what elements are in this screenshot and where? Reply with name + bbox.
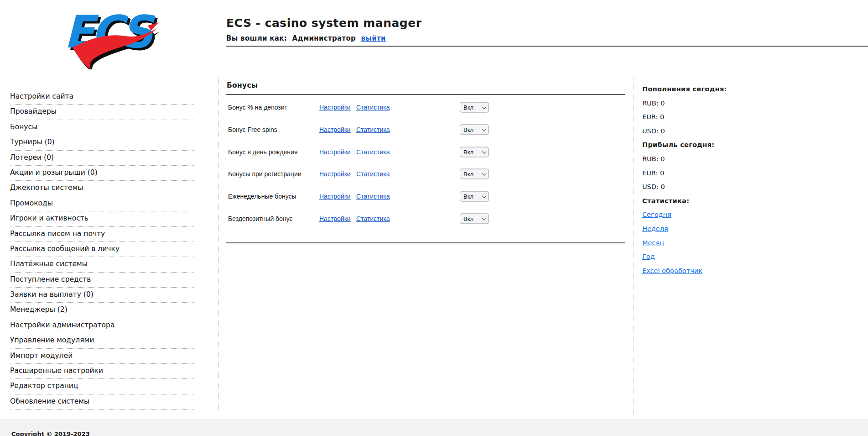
currency-amount: USD: 0 bbox=[642, 125, 793, 139]
currency-amount: RUB: 0 bbox=[642, 97, 793, 111]
ecs-logo: ECS ECS bbox=[63, 5, 159, 69]
footer: Copyright © 2019-2023 bbox=[0, 419, 868, 436]
login-status: Вы вошли как: Администратор выйти bbox=[226, 34, 386, 42]
sidebar-menu-item[interactable]: Настройки администратора bbox=[10, 318, 194, 333]
profit-today-header: Прибыль сегодня: bbox=[642, 139, 793, 153]
bonus-statistics-link[interactable]: Статистика bbox=[356, 148, 390, 156]
bonus-name: Бонус % на депозит bbox=[228, 104, 287, 111]
bonus-statistics-link[interactable]: Статистика bbox=[356, 104, 390, 111]
bonus-statistics-link[interactable]: Статистика bbox=[356, 170, 390, 178]
sidebar-menu-item[interactable]: Заявки на выплату (0) bbox=[10, 288, 194, 303]
bonus-row: Бонус Free spins Настройки Статистика Вк… bbox=[226, 119, 625, 141]
bonuses-title: Бонусы bbox=[226, 78, 625, 94]
currency-amount: EUR: 0 bbox=[642, 111, 793, 125]
bonus-toggle-wrap: Вкл bbox=[460, 125, 489, 135]
bonus-row: Бонус % на депозит Настройки Статистика … bbox=[226, 96, 625, 119]
bonus-toggle-select[interactable]: Вкл bbox=[460, 213, 489, 224]
bonus-row: Бездепозитный бонус Настройки Статистика… bbox=[226, 207, 625, 230]
bonus-settings-link[interactable]: Настройки bbox=[319, 170, 351, 178]
statistics-link[interactable]: Excel обработчик bbox=[642, 267, 702, 274]
currency-amount: EUR: 0 bbox=[642, 167, 793, 181]
bonus-toggle-select[interactable]: Вкл bbox=[460, 147, 489, 157]
bonus-toggle-wrap: Вкл bbox=[460, 147, 489, 157]
bonuses-bottom-rule bbox=[226, 242, 625, 243]
profit-today-values: RUB: 0 EUR: 0 USD: 0 bbox=[642, 153, 793, 195]
bonus-settings-link[interactable]: Настройки bbox=[319, 215, 351, 222]
bonus-row: Бонусы при регистрации Настройки Статист… bbox=[226, 163, 625, 185]
bonus-name: Еженедельные бонусы bbox=[228, 193, 296, 200]
bonus-toggle-select[interactable]: Вкл bbox=[460, 125, 489, 135]
sidebar-menu-item[interactable]: Игроки и активность bbox=[10, 211, 194, 226]
sidebar-menu-item[interactable]: Акции и розыгрыши (0) bbox=[10, 166, 194, 181]
header-divider bbox=[226, 46, 868, 47]
bonus-statistics-link[interactable]: Статистика bbox=[356, 215, 390, 222]
sidebar-menu-item[interactable]: Расширенные настройки bbox=[10, 364, 194, 379]
bonus-row: Бонус в день рождения Настройки Статисти… bbox=[226, 141, 625, 163]
bonus-toggle-select[interactable]: Вкл bbox=[460, 169, 489, 179]
bonus-settings-link[interactable]: Настройки bbox=[319, 148, 351, 156]
statistics-link[interactable]: Год bbox=[642, 253, 655, 260]
bonus-toggle-select[interactable]: Вкл bbox=[460, 102, 489, 113]
logout-link[interactable]: выйти bbox=[361, 34, 386, 42]
currency-amount: RUB: 0 bbox=[642, 153, 793, 167]
sidebar-menu-item[interactable]: Промокоды bbox=[10, 196, 194, 211]
bonus-name: Бонус в день рождения bbox=[228, 148, 298, 156]
statistics-link-row: Неделя bbox=[642, 223, 793, 237]
sidebar-menu-item[interactable]: Поступление средств bbox=[10, 273, 194, 288]
bonus-statistics-link[interactable]: Статистика bbox=[356, 193, 390, 200]
bonus-statistics-link[interactable]: Статистика bbox=[356, 126, 390, 133]
sidebar-menu-item[interactable]: Платёжные системы bbox=[10, 257, 194, 272]
sidebar-menu-item[interactable]: Провайдеры bbox=[10, 105, 194, 120]
sidebar-menu-item[interactable]: Импорт модулей bbox=[10, 349, 194, 364]
statistics-link[interactable]: Месяц bbox=[642, 239, 664, 247]
bonus-toggle-wrap: Вкл bbox=[460, 169, 489, 179]
bonus-rows: Бонус % на депозит Настройки Статистика … bbox=[226, 95, 625, 230]
login-username: Администратор bbox=[292, 34, 356, 42]
statistics-header: Статистика: bbox=[642, 195, 793, 209]
page-title: ECS - casino system manager bbox=[226, 16, 421, 30]
right-content-divider bbox=[634, 77, 634, 415]
bonus-name: Бонусы при регистрации bbox=[228, 170, 301, 178]
sidebar-menu-item[interactable]: Редактор страниц bbox=[10, 379, 194, 394]
deposits-today-values: RUB: 0 EUR: 0 USD: 0 bbox=[642, 97, 793, 139]
sidebar-menu-item[interactable]: Менеджеры (2) bbox=[10, 303, 194, 318]
bonus-settings-link[interactable]: Настройки bbox=[319, 104, 351, 111]
bonus-toggle-wrap: Вкл bbox=[460, 191, 489, 202]
bonus-row: Еженедельные бонусы Настройки Статистика… bbox=[226, 185, 625, 208]
bonus-settings-link[interactable]: Настройки bbox=[319, 126, 351, 133]
sidebar-menu-item[interactable]: Джекпоты системы bbox=[10, 181, 194, 196]
bonus-name: Бонус Free spins bbox=[228, 126, 277, 133]
left-content-divider bbox=[218, 78, 218, 410]
bonus-name: Бездепозитный бонус bbox=[228, 215, 292, 222]
sidebar-menu-item[interactable]: Обновление системы bbox=[10, 394, 194, 410]
login-prefix: Вы вошли как: bbox=[226, 34, 287, 42]
sidebar-menu-item[interactable]: Управление модулями bbox=[10, 333, 194, 348]
bonus-settings-link[interactable]: Настройки bbox=[319, 193, 351, 200]
sidebar-menu-item[interactable]: Турниры (0) bbox=[10, 135, 194, 150]
stats-panel: Пополнения сегодня: RUB: 0 EUR: 0 USD: 0… bbox=[642, 83, 793, 278]
statistics-link[interactable]: Сегодня bbox=[642, 211, 671, 218]
sidebar-menu-item[interactable]: Настройки сайта bbox=[10, 89, 194, 105]
bonuses-section: Бонусы Бонус % на депозит Настройки Стат… bbox=[226, 78, 625, 243]
statistics-link-row: Excel обработчик bbox=[642, 265, 793, 279]
statistics-link-row: Год bbox=[642, 251, 793, 265]
sidebar-menu-item[interactable]: Рассылка писем на почту bbox=[10, 227, 194, 242]
deposits-today-header: Пополнения сегодня: bbox=[642, 83, 793, 97]
sidebar-menu-item[interactable]: Лотереи (0) bbox=[10, 151, 194, 166]
bonus-toggle-wrap: Вкл bbox=[460, 102, 489, 113]
copyright-text: Copyright © 2019-2023 bbox=[11, 431, 90, 436]
sidebar-menu-item[interactable]: Бонусы bbox=[10, 120, 194, 135]
ecs-admin-page: ECS ECS ECS - casino system manager Вы в… bbox=[0, 0, 868, 436]
bonus-toggle-select[interactable]: Вкл bbox=[460, 191, 489, 202]
currency-amount: USD: 0 bbox=[642, 181, 793, 195]
sidebar-menu: Настройки сайта Провайдеры Бонусы Турнир… bbox=[10, 89, 194, 410]
statistics-links: Сегодня Неделя Месяц Год Excel обработчи… bbox=[642, 209, 793, 278]
bonus-toggle-wrap: Вкл bbox=[460, 213, 489, 224]
sidebar-menu-item[interactable]: Рассылка сообщений в личку bbox=[10, 242, 194, 257]
statistics-link-row: Сегодня bbox=[642, 209, 793, 223]
statistics-link[interactable]: Неделя bbox=[642, 225, 668, 232]
statistics-link-row: Месяц bbox=[642, 237, 793, 251]
